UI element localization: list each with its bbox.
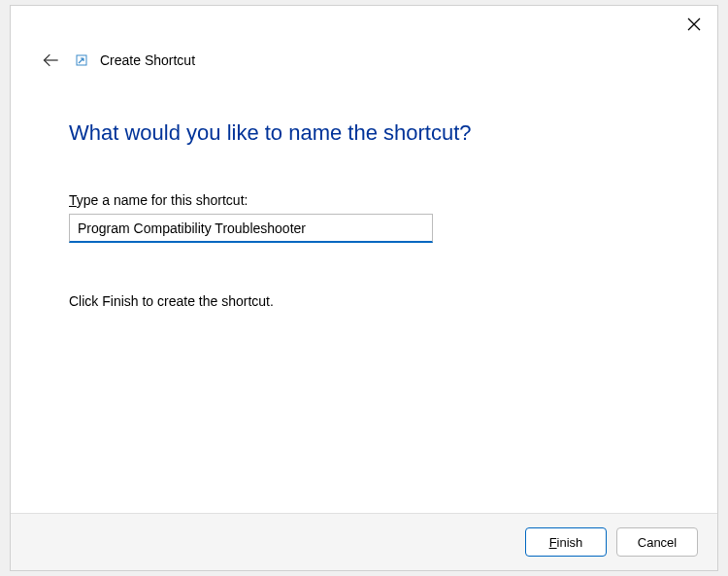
name-field-label: Type a name for this shortcut: <box>69 192 664 208</box>
back-button[interactable] <box>40 49 63 72</box>
shortcut-icon <box>75 53 88 67</box>
create-shortcut-wizard: Create Shortcut What would you like to n… <box>10 5 718 571</box>
page-heading: What would you like to name the shortcut… <box>69 120 664 146</box>
finish-button[interactable]: Finish <box>525 527 607 557</box>
header-title: Create Shortcut <box>100 52 195 68</box>
header-row: Create Shortcut <box>11 43 717 82</box>
titlebar <box>11 6 717 43</box>
shortcut-name-input[interactable] <box>69 214 433 243</box>
content-area: What would you like to name the shortcut… <box>11 82 717 513</box>
close-icon <box>687 17 701 31</box>
close-button[interactable] <box>678 9 710 40</box>
cancel-button[interactable]: Cancel <box>616 527 698 557</box>
back-arrow-icon <box>42 51 61 70</box>
instruction-text: Click Finish to create the shortcut. <box>69 293 664 309</box>
wizard-footer: Finish Cancel <box>11 513 717 570</box>
